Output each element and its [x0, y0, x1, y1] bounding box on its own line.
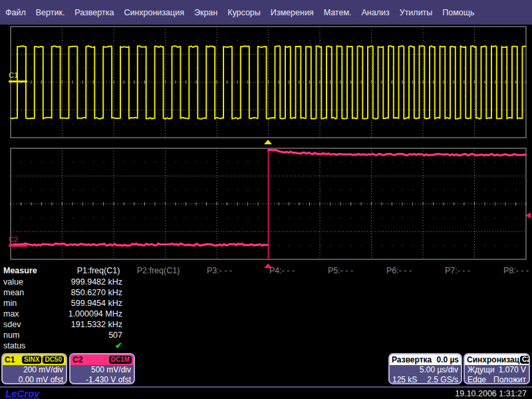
c1-offset: 0.00 mV ofst	[19, 375, 63, 385]
trigger-source-badge: C2	[520, 356, 530, 364]
footer-divider	[0, 386, 532, 388]
trigger-mode: Ждущи	[467, 365, 495, 375]
trigger-time-marker-top[interactable]	[264, 140, 272, 144]
timebase-title: Развертка	[392, 355, 432, 364]
channel-c2-descriptor[interactable]: C2 DC1M 500 mV/div -1.430 V ofst	[69, 353, 135, 384]
trigger-slope: Положит	[493, 375, 526, 385]
sample-rate: 2.5 GS/s	[427, 375, 458, 385]
c1-zero-marker[interactable]	[9, 80, 27, 82]
c2-trace	[269, 150, 526, 156]
timebase-offset: 0.0 µs	[436, 355, 459, 364]
c1-volts-per-div: 200 mV/div	[23, 365, 63, 375]
waveform-display: C1C2	[0, 0, 532, 399]
trigger-descriptor[interactable]: Синхронизац C2 Ждущи 1.070 V Edge Положи…	[464, 353, 530, 384]
trigger-title: Синхронизац	[467, 355, 519, 364]
c1-zero-label: C1	[9, 71, 18, 79]
trigger-type: Edge	[467, 375, 486, 385]
channel-c1-header: C1 SINX DC50	[3, 354, 66, 365]
channel-c2-header: C2 DC1M	[70, 354, 134, 365]
channel-c1-descriptor[interactable]: C1 SINX DC50 200 mV/div 0.00 mV ofst	[1, 353, 67, 384]
time-per-div: 5.00 µs/div	[420, 365, 458, 375]
c2-offset: -1.430 V ofst	[86, 375, 131, 385]
timebase-descriptor[interactable]: Развертка 0.0 µs 5.00 µs/div 125 kS 2.5 …	[388, 353, 462, 384]
channel-c1-label: C1	[5, 355, 15, 364]
c1-interpolation-badge: SINX	[22, 356, 41, 364]
c2-volts-per-div: 500 mV/div	[91, 365, 131, 375]
c2-coupling-badge: DC1M	[109, 356, 132, 364]
datetime-display: 19.10.2006 1:31:27	[455, 389, 527, 398]
c1-coupling-badge: DC50	[43, 356, 64, 364]
lecroy-logo: LeCroy	[5, 388, 40, 399]
trigger-level: 1.070 V	[499, 365, 526, 375]
channel-c2-label: C2	[72, 355, 82, 364]
c2-zero-marker[interactable]	[9, 245, 27, 247]
oscilloscope-screen: ФайлВертик.РазверткаСинхронизацияЭкранКу…	[0, 0, 532, 399]
c2-zero-label: C2	[9, 235, 18, 243]
timebase-header: Развертка 0.0 µs	[390, 354, 461, 365]
trigger-time-marker-bottom[interactable]	[264, 263, 272, 268]
trigger-header: Синхронизац C2	[465, 354, 529, 365]
sample-count: 125 kS	[392, 375, 417, 385]
